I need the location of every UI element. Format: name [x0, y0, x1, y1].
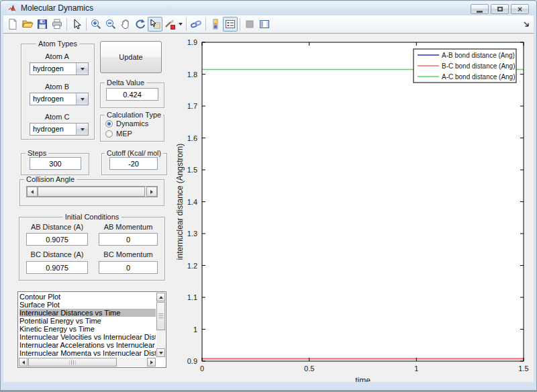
insert-colorbar-button[interactable] — [208, 17, 223, 32]
list-item[interactable]: Surface Plot — [19, 301, 156, 309]
list-item[interactable]: Contour Plot — [19, 293, 156, 301]
open-file-button[interactable] — [20, 17, 35, 32]
dock-figure-arrow-icon[interactable] — [524, 21, 530, 28]
show-plot-tools-button[interactable] — [257, 17, 272, 32]
steps-field[interactable] — [30, 157, 81, 170]
atom-b-dropdown[interactable]: hydrogen — [30, 93, 89, 105]
zoom-out-button[interactable] — [103, 17, 118, 32]
x-tick-label: 1 — [414, 364, 418, 373]
atom-b-label: Atom B — [21, 83, 93, 91]
new-figure-button[interactable] — [5, 17, 20, 32]
matlab-icon — [7, 3, 17, 13]
pan-hand-icon — [119, 18, 132, 30]
cutoff-field[interactable] — [109, 157, 158, 170]
scroll-right-button[interactable] — [147, 358, 156, 366]
slider-left-arrow[interactable] — [27, 187, 38, 197]
close-button[interactable]: × — [511, 4, 529, 14]
toolbar-separator — [205, 18, 206, 31]
pan-button[interactable] — [118, 17, 133, 32]
atom-a-dropdown[interactable]: hydrogen — [30, 62, 89, 75]
update-button[interactable]: Update — [100, 41, 162, 73]
y-axis-label: internuclear distance (Angstrom) — [175, 144, 185, 260]
initial-conditions-title: Initial Conditions — [63, 213, 121, 221]
hide-plot-tools-button[interactable] — [242, 17, 257, 32]
vertical-scroll-thumb[interactable] — [156, 302, 165, 330]
save-figure-button[interactable] — [35, 17, 50, 32]
x-tick-label: 1.5 — [518, 364, 528, 373]
listbox-horizontal-scrollbar[interactable] — [19, 358, 156, 366]
list-item[interactable]: Potential Energy vs Time — [19, 317, 156, 325]
edit-plot-button[interactable] — [69, 17, 84, 32]
insert-legend-button[interactable] — [223, 17, 238, 32]
radio-dynamics[interactable]: Dynamics — [105, 119, 148, 128]
y-tick-label: 1 — [193, 326, 197, 334]
data-cursor-button[interactable] — [148, 17, 162, 32]
delta-value-title: Delta Value — [105, 79, 146, 87]
open-file-icon — [21, 18, 34, 30]
y-tick-label: 1.5 — [187, 166, 197, 174]
minimize-button[interactable] — [471, 4, 489, 14]
link-plot-button[interactable] — [189, 17, 203, 32]
list-item[interactable]: Internuclear Distances vs Time — [19, 309, 156, 317]
radio-mep[interactable]: MEP — [105, 130, 132, 138]
bc-momentum-field[interactable] — [99, 261, 158, 274]
ab-momentum-label: AB Momentum — [95, 223, 162, 231]
collision-angle-title: Collision Angle — [24, 175, 77, 183]
scroll-up-button[interactable] — [156, 293, 165, 301]
cutoff-title: Cutoff (Kcal/ mol) — [105, 149, 163, 157]
atom-a-dropdown-button[interactable] — [76, 63, 88, 75]
brush-data-button[interactable] — [162, 17, 177, 32]
delta-value-field[interactable] — [106, 88, 158, 101]
scroll-left-button[interactable] — [19, 358, 28, 366]
scroll-down-button[interactable] — [156, 348, 165, 357]
radio-dynamics-icon — [105, 120, 113, 128]
chevron-down-icon — [81, 98, 85, 101]
horizontal-scroll-thumb[interactable] — [28, 358, 117, 366]
atom-c-value: hydrogen — [33, 125, 64, 133]
chart[interactable]: 00.511.50.911.11.21.31.41.51.61.71.81.9t… — [172, 34, 534, 382]
plot-type-listbox[interactable]: Contour PlotSurface PlotInternuclear Dis… — [17, 291, 166, 368]
atom-a-label: Atom A — [21, 52, 93, 60]
rotate-3d-button[interactable] — [133, 17, 148, 32]
thumb-grip — [70, 360, 76, 364]
atom-c-dropdown-button[interactable] — [76, 124, 88, 135]
y-tick-label: 1.7 — [187, 102, 197, 110]
ab-distance-field[interactable] — [26, 233, 88, 246]
steps-title: Steps — [26, 149, 48, 157]
bc-distance-field[interactable] — [26, 261, 88, 274]
y-tick-label: 1.8 — [187, 70, 197, 79]
list-item[interactable]: Internuclear Velocities vs Internuclear … — [19, 333, 156, 341]
calculation-type-panel: Calculation Type — [100, 115, 164, 142]
listbox-items: Contour PlotSurface PlotInternuclear Dis… — [19, 293, 156, 358]
print-figure-button[interactable] — [50, 17, 64, 32]
title-bar[interactable]: Molecular Dynamics × — [1, 1, 536, 15]
radio-mep-label: MEP — [116, 130, 132, 138]
collision-angle-slider[interactable] — [26, 186, 158, 197]
list-item[interactable]: Internuclear Momenta vs Internuclear Dis… — [19, 349, 156, 357]
window-title: Molecular Dynamics — [21, 3, 93, 13]
zoom-out-icon — [105, 18, 117, 30]
list-item[interactable]: Kinetic Energy vs Time — [19, 325, 156, 333]
slider-thumb[interactable] — [38, 187, 145, 197]
slider-right-arrow[interactable] — [146, 187, 157, 197]
bc-momentum-label: BC Momentum — [95, 250, 162, 258]
zoom-in-button[interactable] — [89, 17, 103, 32]
arrow-left-icon — [22, 360, 25, 364]
x-tick-label: 0 — [200, 364, 204, 373]
save-figure-icon — [36, 18, 48, 30]
y-tick-label: 1.4 — [187, 198, 197, 206]
list-item[interactable]: Internuclear Accelerations vs Internucle… — [19, 341, 156, 349]
link-plot-icon — [190, 18, 202, 30]
ab-momentum-field[interactable] — [99, 233, 158, 246]
atom-b-dropdown-button[interactable] — [76, 93, 88, 105]
atom-c-dropdown[interactable]: hydrogen — [30, 123, 89, 136]
legend[interactable]: A-B bond distance (Ang)B-C bond distance… — [413, 49, 516, 83]
radio-dynamics-label: Dynamics — [116, 119, 148, 128]
maximize-button[interactable] — [491, 4, 509, 14]
atom-c-label: Atom C — [21, 113, 93, 121]
listbox-vertical-scrollbar[interactable] — [156, 293, 165, 357]
legend-entry: B-C bond distance (Ang) — [442, 62, 516, 70]
brush-dropdown-button[interactable] — [177, 17, 184, 32]
show-plot-tools-dock-icon — [258, 18, 271, 30]
arrow-left-icon — [31, 190, 34, 194]
